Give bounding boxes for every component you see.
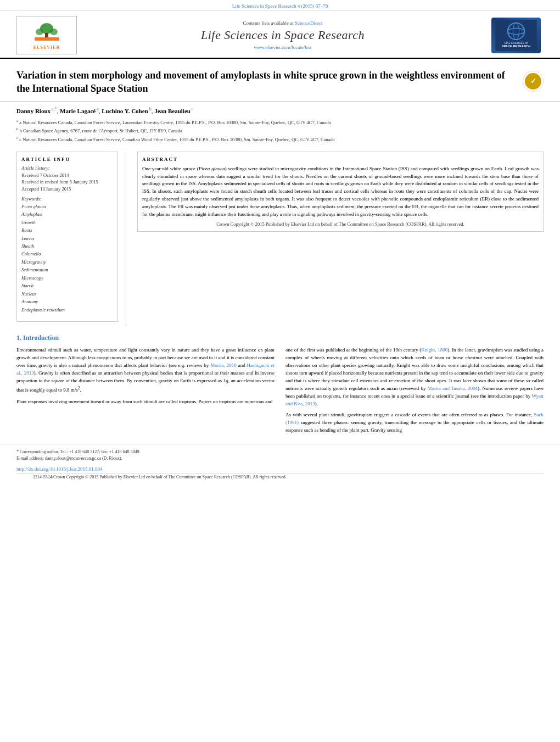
svg-text:SPACE RESEARCH: SPACE RESEARCH xyxy=(502,44,531,48)
keyword-roots: Roots xyxy=(21,226,113,234)
keyword-sedimentation: Sedimentation xyxy=(21,266,113,274)
keywords-list: Picea glauca Amyloplast Growth Roots Lea… xyxy=(21,203,113,314)
keyword-er: Endoplasmic reticulum xyxy=(21,306,113,314)
svg-rect-5 xyxy=(45,33,48,37)
article-title-container: Variation in stem morphology and movemen… xyxy=(16,69,517,96)
keyword-microscopy: Microscopy xyxy=(21,274,113,282)
intro-section-title: 1. Introduction xyxy=(16,334,544,342)
journal-top-citation: Life Sciences in Space Research 4 (2015)… xyxy=(0,0,560,10)
affiliations: a a Natural Resources Canada, Canadian F… xyxy=(16,118,544,143)
keyword-leaves: Leaves xyxy=(21,235,113,242)
bottom-copyright: 2214-5524/Crown Copyright © 2015 Publish… xyxy=(16,473,544,484)
article-info-label: ARTICLE INFO xyxy=(21,157,113,162)
abstract-text: One-year-old white spruce (Picea glauca)… xyxy=(142,165,539,219)
svg-point-3 xyxy=(36,29,43,35)
intro-right-col: one of the first was published at the be… xyxy=(285,347,544,438)
affiliation-b: b b Canadian Space Agency, 6767, route d… xyxy=(16,126,544,135)
author-2: Marie Lagacé xyxy=(60,107,96,114)
sack-link[interactable]: Sack (1991) xyxy=(285,412,544,425)
space-research-logo: LIFE SCIENCES IN SPACE RESEARCH xyxy=(489,16,544,54)
abstract-box: ABSTRACT One-year-old white spruce (Pice… xyxy=(137,152,544,232)
elsevier-logo: ELSEVIER xyxy=(16,16,77,54)
intro-section-header: 1. Introduction xyxy=(0,326,560,342)
affiliation-a: a a Natural Resources Canada, Canadian F… xyxy=(16,118,544,126)
keyword-anatomy: Anatomy xyxy=(21,298,113,305)
author-1: Danny Rioux xyxy=(16,107,51,114)
article-info-box: ARTICLE INFO Article history: Received 7… xyxy=(16,152,118,322)
svg-text:LIFE SCIENCES IN: LIFE SCIENCES IN xyxy=(505,41,528,44)
journal-header-center: Contents lists available at ScienceDirec… xyxy=(77,20,489,50)
article-info-column: ARTICLE INFO Article history: Received 7… xyxy=(16,152,126,326)
contents-available-label: Contents lists available at ScienceDirec… xyxy=(88,20,478,26)
keywords-section: Keywords: Picea glauca Amyloplast Growth… xyxy=(21,196,113,314)
sciencedirect-link[interactable]: ScienceDirect xyxy=(295,20,322,26)
journal-url[interactable]: www.elsevier.com/locate/lssr xyxy=(88,44,478,50)
intro-text-columns: Environmental stimuli such as water, tem… xyxy=(0,347,560,438)
affiliation-c: c c Natural Resources Canada, Canadian F… xyxy=(16,135,544,143)
journal-title: Life Sciences in Space Research xyxy=(88,28,478,42)
journal-header: ELSEVIER Contents lists available at Sci… xyxy=(0,10,560,59)
keyword-nucleus: Nucleus xyxy=(21,290,113,298)
accepted-date: Accepted 19 January 2015 xyxy=(21,186,113,193)
author-4: Jean Beaulieu xyxy=(154,107,191,114)
morita-tasaka-link[interactable]: Morita and Tasaka, 2004 xyxy=(427,386,478,391)
page: Life Sciences in Space Research 4 (2015)… xyxy=(0,0,560,742)
intro-p1: Environmental stimuli such as water, tem… xyxy=(16,347,275,394)
abstract-label: ABSTRACT xyxy=(142,157,539,162)
elsevier-tree-icon xyxy=(32,21,62,44)
keyword-amyloplast: Amyloplast xyxy=(21,210,113,218)
authors-line: Danny Rioux a,*, Marie Lagacé a, Luchino… xyxy=(16,106,544,116)
intro-p2: Plant responses involving movement towar… xyxy=(16,398,275,406)
abstract-column: ABSTRACT One-year-old white spruce (Pice… xyxy=(137,152,544,326)
footnote-section: * Corresponding author. Tel.: +1 418 648… xyxy=(0,444,560,464)
space-research-badge: LIFE SCIENCES IN SPACE RESEARCH xyxy=(491,18,541,53)
doi-link[interactable]: http://dx.doi.org/10.1016/j.lssr.2015.01… xyxy=(16,466,544,472)
keyword-sheath: Sheath xyxy=(21,242,113,250)
elsevier-wordmark: ELSEVIER xyxy=(33,45,60,50)
history-label: Article history: xyxy=(21,165,113,171)
article-history: Article history: Received 7 October 2014… xyxy=(21,165,113,193)
crossmark-badge: ✓ xyxy=(523,71,544,92)
intro-left-col: Environmental stimuli such as water, tem… xyxy=(16,347,275,438)
space-research-badge-graphic: LIFE SCIENCES IN SPACE RESEARCH xyxy=(494,20,538,51)
wyatt-kiss-link[interactable]: Wyatt and Kiss, 2013 xyxy=(285,393,544,406)
svg-point-4 xyxy=(50,29,58,35)
author-3: Luchino Y. Cohen xyxy=(102,107,148,114)
keyword-microgravity: Microgravity xyxy=(21,258,113,266)
intro-p3: one of the first was published at the be… xyxy=(285,347,544,408)
knight-link[interactable]: Knight, 1806 xyxy=(421,347,447,353)
footnote-text: * Corresponding author. Tel.: +1 418 648… xyxy=(16,449,544,462)
keyword-columella: Columella xyxy=(21,250,113,258)
keyword-picea: Picea glauca xyxy=(21,203,113,210)
authors-section: Danny Rioux a,*, Marie Lagacé a, Luchino… xyxy=(0,102,560,146)
keyword-starch: Starch xyxy=(21,282,113,289)
keyword-growth: Growth xyxy=(21,219,113,226)
abstract-copyright: Crown Copyright © 2015 Published by Else… xyxy=(142,221,539,227)
revised-date: Received in revised form 5 January 2015 xyxy=(21,178,113,186)
intro-p4: As with several plant stimuli, gravitrop… xyxy=(285,411,544,434)
svg-rect-1 xyxy=(35,37,59,41)
article-title-section: Variation in stem morphology and movemen… xyxy=(0,59,560,102)
keywords-label: Keywords: xyxy=(21,196,113,202)
article-title: Variation in stem morphology and movemen… xyxy=(16,69,517,96)
morita-link[interactable]: Morita, 2010 xyxy=(210,362,237,368)
article-info-abstract-columns: ARTICLE INFO Article history: Received 7… xyxy=(0,146,560,326)
received-date: Received 7 October 2014 xyxy=(21,172,113,179)
crossmark-icon: ✓ xyxy=(525,73,541,90)
